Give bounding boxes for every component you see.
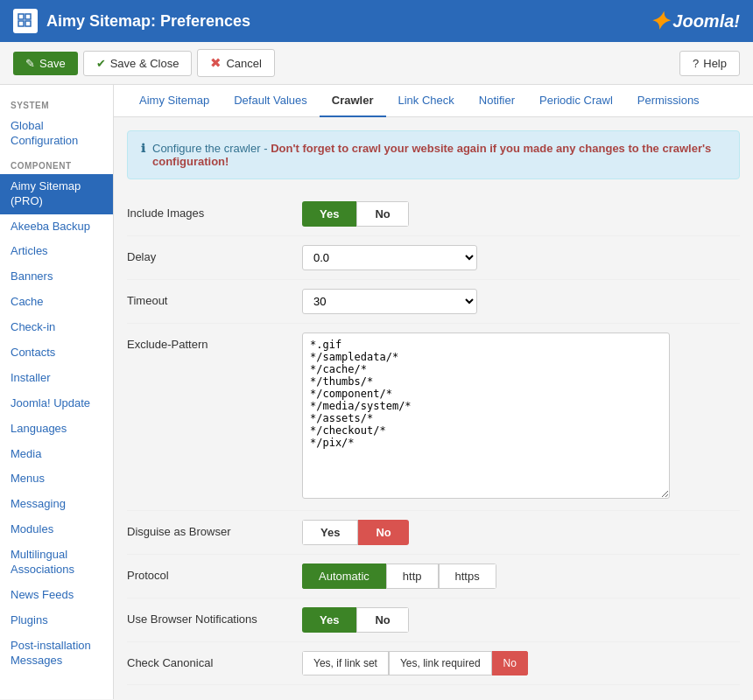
canonical-no[interactable]: No — [492, 651, 528, 676]
svg-rect-2 — [18, 21, 24, 26]
canonical-yes-if-set[interactable]: Yes, if link set — [302, 651, 389, 676]
svg-rect-0 — [18, 14, 24, 19]
sidebar-item-modules[interactable]: Modules — [0, 517, 113, 542]
sidebar-item-multilingual-associations[interactable]: Multilingual Associations — [0, 542, 113, 583]
browser-notifications-toggle: Yes No — [302, 607, 409, 633]
include-images-no[interactable]: No — [356, 201, 408, 227]
page-title: Aimy Sitemap: Preferences — [46, 12, 250, 31]
disguise-browser-yes[interactable]: Yes — [302, 520, 358, 545]
disguise-browser-no[interactable]: No — [358, 520, 408, 545]
include-images-toggle: Yes No — [302, 201, 409, 227]
sidebar-item-installer[interactable]: Installer — [0, 366, 113, 391]
protocol-row: Protocol Automatic http https — [127, 555, 740, 598]
tab-link-check[interactable]: Link Check — [386, 85, 467, 117]
tab-crawler[interactable]: Crawler — [320, 85, 386, 117]
tab-permissions[interactable]: Permissions — [625, 85, 712, 117]
component-section-label: COMPONENT — [0, 154, 113, 174]
system-section-label: SYSTEM — [0, 94, 113, 114]
protocol-automatic[interactable]: Automatic — [302, 564, 386, 589]
svg-rect-3 — [25, 21, 31, 26]
header-left: Aimy Sitemap: Preferences — [13, 9, 250, 33]
protocol-http[interactable]: http — [386, 564, 439, 589]
canonical-yes-required[interactable]: Yes, link required — [389, 651, 492, 676]
sidebar-item-aimy-sitemap[interactable]: Aimy Sitemap (PRO) — [0, 174, 113, 214]
sidebar-item-akeeba-backup[interactable]: Akeeba Backup — [0, 214, 113, 240]
save-button[interactable]: ✎ Save — [13, 52, 78, 75]
sidebar-item-messaging[interactable]: Messaging — [0, 492, 113, 517]
info-prefix: Configure the crawler - — [152, 142, 271, 155]
form-content: ℹ Configure the crawler - Don't forget t… — [114, 117, 753, 698]
timeout-control: 10 20 30 60 120 — [302, 289, 740, 314]
browser-notifications-label: Use Browser Notifications — [127, 607, 302, 626]
app-icon — [13, 9, 38, 33]
delay-select[interactable]: 0.0 0.5 1.0 1.5 2.0 — [302, 245, 477, 270]
svg-rect-1 — [25, 14, 31, 19]
exclude-pattern-label: Exclude-Pattern — [127, 332, 302, 351]
check-canonical-row: Check Canonical Yes, if link set Yes, li… — [127, 642, 740, 685]
exclude-pattern-control: *.gif */sampledata/* */cache/* */thumbs/… — [302, 332, 740, 501]
include-images-control: Yes No — [302, 201, 740, 227]
timeout-row: Timeout 10 20 30 60 120 — [127, 280, 740, 324]
disguise-browser-row: Disguise as Browser Yes No — [127, 511, 740, 555]
include-images-yes[interactable]: Yes — [302, 201, 356, 227]
delay-row: Delay 0.0 0.5 1.0 1.5 2.0 — [127, 236, 740, 280]
disguise-browser-label: Disguise as Browser — [127, 520, 302, 538]
joomla-label: Joomla! — [672, 11, 740, 32]
joomla-star: ✦ — [649, 7, 669, 36]
delay-label: Delay — [127, 245, 302, 263]
sidebar-item-global-configuration[interactable]: Global Configuration — [0, 114, 113, 154]
main-layout: SYSTEM Global Configuration COMPONENT Ai… — [0, 85, 753, 699]
protocol-control: Automatic http https — [302, 564, 740, 589]
header: Aimy Sitemap: Preferences ✦ Joomla! — [0, 0, 753, 42]
save-close-button[interactable]: ✔ Save & Close — [83, 51, 193, 76]
protocol-toggle: Automatic http https — [302, 564, 496, 589]
tab-aimy-sitemap[interactable]: Aimy Sitemap — [127, 85, 222, 117]
joomla-logo: ✦ Joomla! — [649, 7, 740, 36]
sidebar-item-banners[interactable]: Banners — [0, 264, 113, 290]
x-icon: ✖ — [210, 55, 222, 71]
include-images-row: Include Images Yes No — [127, 192, 740, 236]
help-button[interactable]: ? Help — [679, 51, 740, 76]
check-canonical-label: Check Canonical — [127, 651, 302, 669]
tabs: Aimy Sitemap Default Values Crawler Link… — [114, 85, 753, 117]
sidebar-item-plugins[interactable]: Plugins — [0, 608, 113, 634]
timeout-label: Timeout — [127, 289, 302, 307]
tab-notifier[interactable]: Notifier — [467, 85, 527, 117]
canonical-toggle: Yes, if link set Yes, link required No — [302, 651, 528, 676]
content-area: Aimy Sitemap Default Values Crawler Link… — [114, 85, 753, 699]
disguise-browser-control: Yes No — [302, 520, 740, 545]
sidebar-item-contacts[interactable]: Contacts — [0, 340, 113, 366]
timeout-select[interactable]: 10 20 30 60 120 — [302, 289, 477, 314]
include-images-label: Include Images — [127, 201, 302, 220]
sidebar-item-media[interactable]: Media — [0, 442, 113, 467]
disguise-browser-toggle: Yes No — [302, 520, 409, 545]
delay-control: 0.0 0.5 1.0 1.5 2.0 — [302, 245, 740, 270]
check-canonical-control: Yes, if link set Yes, link required No — [302, 651, 740, 676]
info-box: ℹ Configure the crawler - Don't forget t… — [127, 130, 740, 179]
tab-default-values[interactable]: Default Values — [222, 85, 320, 117]
protocol-https[interactable]: https — [439, 564, 496, 589]
help-icon: ? — [693, 57, 699, 70]
cancel-button[interactable]: ✖ Cancel — [197, 49, 274, 77]
sidebar-item-articles[interactable]: Articles — [0, 239, 113, 264]
sidebar-item-post-installation-messages[interactable]: Post-installation Messages — [0, 634, 113, 674]
info-icon: ℹ — [141, 142, 145, 168]
sidebar-item-news-feeds[interactable]: News Feeds — [0, 583, 113, 608]
check-icon: ✔ — [96, 57, 106, 70]
browser-notifications-row: Use Browser Notifications Yes No — [127, 598, 740, 642]
save-icon: ✎ — [25, 57, 35, 70]
browser-notifications-no[interactable]: No — [356, 607, 408, 633]
protocol-label: Protocol — [127, 564, 302, 582]
sidebar-item-cache[interactable]: Cache — [0, 290, 113, 315]
sidebar-item-languages[interactable]: Languages — [0, 416, 113, 442]
exclude-pattern-row: Exclude-Pattern *.gif */sampledata/* */c… — [127, 324, 740, 511]
tab-periodic-crawl[interactable]: Periodic Crawl — [527, 85, 625, 117]
sidebar-item-menus[interactable]: Menus — [0, 466, 113, 492]
toolbar: ✎ Save ✔ Save & Close ✖ Cancel ? Help — [0, 42, 753, 85]
sidebar: SYSTEM Global Configuration COMPONENT Ai… — [0, 85, 114, 699]
browser-notifications-control: Yes No — [302, 607, 740, 633]
sidebar-item-joomla-update[interactable]: Joomla! Update — [0, 391, 113, 416]
sidebar-item-check-in[interactable]: Check-in — [0, 315, 113, 340]
exclude-pattern-textarea[interactable]: *.gif */sampledata/* */cache/* */thumbs/… — [302, 332, 670, 499]
browser-notifications-yes[interactable]: Yes — [302, 607, 356, 633]
